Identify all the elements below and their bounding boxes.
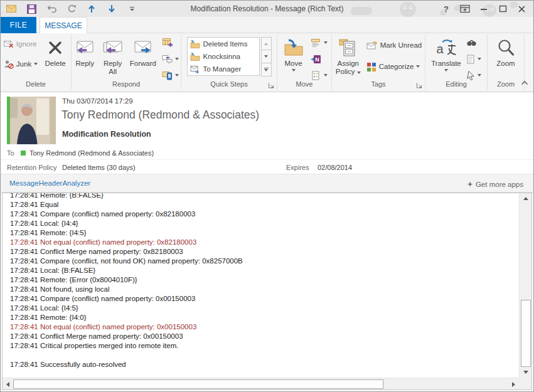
related-button[interactable] [464,52,483,66]
scroll-left-icon[interactable] [3,379,13,389]
log-line: 17:28:41 Compare (conflict) named proper… [10,209,519,219]
save-icon[interactable] [26,3,37,15]
assign-policy-button[interactable]: AssignPolicy [333,34,363,80]
scrollbar-corner [519,378,531,389]
log-line: 17:28:41 Equal [10,200,519,209]
ignore-button[interactable]: Ignore [2,37,40,51]
find-button[interactable] [464,36,483,50]
quick-step-to-manager[interactable]: To Manager [188,63,259,75]
message-body[interactable]: 17:28:41 Remote: {B:FALSE}17:28:41 Equal… [2,193,532,390]
group-label-tags: Tags [371,80,385,88]
log-line: 17:28:41 Local: {I4:5} [10,304,519,313]
gallery-scroll-down-icon[interactable] [261,50,272,63]
log-line: 17:28:41 Remote: {I4:5} [10,228,519,238]
retention-row: Retention Policy Deleted Items (30 days)… [1,159,533,174]
log-line: 17:28:41 Not found, using local [10,285,519,294]
message-sender[interactable]: Tony Redmond (Redmond & Associates) [61,109,259,122]
log-line: 17:28:41 Remote: {B:FALSE} [10,193,519,200]
help-icon[interactable]: ? [437,1,456,16]
ignore-icon [4,40,14,48]
vertical-scrollbar-thumb[interactable] [521,300,531,367]
rules-button[interactable] [309,36,329,50]
envelope-arrow-icon [190,65,200,73]
collapse-ribbon-icon[interactable] [521,77,528,88]
move-down-icon[interactable] [106,3,117,15]
tab-message[interactable]: MESSAGE [40,17,87,33]
ribbon-display-options-icon[interactable] [456,1,474,16]
message-subject: Modification Resolution [62,130,151,139]
horizontal-scrollbar-thumb[interactable] [13,379,383,389]
maximize-icon[interactable] [493,1,512,16]
find-icon [466,38,477,47]
tags-dialog-launcher-icon[interactable] [415,82,423,90]
to-recipient[interactable]: Tony Redmond (Redmond & Associates) [29,149,154,157]
move-button[interactable]: Move [280,34,307,80]
forward-button[interactable]: Forward [127,34,159,80]
quick-step-knocksinna[interactable]: Knocksinna [188,50,259,63]
im-button[interactable] [160,52,181,66]
quick-steps-gallery: Deleted Items Knocksinna To Manager [187,37,260,76]
mail-icon[interactable] [6,3,17,15]
minimize-icon[interactable] [474,1,493,16]
junk-dropdown-caret [34,63,38,65]
group-delete: Ignore Junk Delete Delete [1,33,71,92]
undo-icon[interactable] [46,3,57,15]
reply-button[interactable]: Reply [72,34,98,80]
horizontal-scrollbar[interactable] [3,378,519,389]
scroll-up-icon[interactable] [520,193,531,204]
vertical-scrollbar[interactable] [519,193,531,378]
rules-icon [311,38,321,48]
theme-decoration-octopus [400,2,416,17]
onenote-button[interactable]: N [309,52,329,66]
message-window: Modification Resolution - Message (Rich … [0,0,534,392]
log-line: 17:28:41 Not equal (conflict) named prop… [10,322,519,332]
junk-icon [4,60,14,69]
svg-text:a: a [436,42,444,56]
translate-button[interactable]: a Translate [429,34,463,80]
close-icon[interactable] [512,1,531,16]
junk-button[interactable]: Junk [2,57,40,71]
select-icon [466,70,475,80]
scroll-down-icon[interactable] [520,367,531,378]
expires-value: 02/08/2014 [318,164,352,171]
scroll-right-icon[interactable] [508,379,519,389]
message-header-analyzer-link[interactable]: MessageHeaderAnalyzer [9,179,90,187]
group-respond: Reply ReplyAll Forward [72,33,181,92]
translate-dropdown-caret [444,69,448,72]
rules-dropdown-caret [324,41,328,44]
move-up-icon[interactable] [86,3,97,15]
redo-icon[interactable] [66,3,77,15]
theme-decoration [351,7,372,15]
move-icon [283,38,304,58]
reply-all-button[interactable]: ReplyAll [99,34,125,80]
im-dropdown-caret [175,58,179,60]
folder-arrow-icon [190,40,200,48]
group-move: Move N Move [277,33,331,92]
actions-icon [311,71,321,80]
apps-bar: MessageHeaderAnalyzer + Get more apps [1,174,533,193]
group-label-zoom: Zoom [497,80,515,88]
get-more-apps-button[interactable]: + Get more apps [467,179,523,189]
mark-unread-button[interactable]: Mark Unread [365,38,424,52]
window-controls: ? [437,1,531,17]
delete-icon [47,38,63,58]
tab-file[interactable]: FILE [1,17,36,33]
categorize-button[interactable]: Categorize [365,60,424,73]
ribbon-tab-row: FILE MESSAGE [1,17,533,33]
zoom-button[interactable]: Zoom [491,34,521,80]
log-lines: 17:28:41 Remote: {B:FALSE}17:28:41 Equal… [10,193,519,369]
log-line: 17:28:41 Compare (conflict, not found OK… [10,257,519,266]
gallery-more-icon[interactable] [261,63,272,77]
select-dropdown-caret [478,74,481,77]
meeting-button[interactable] [160,36,181,50]
log-line: 17:28:41 Critical properties merged into… [10,341,519,351]
log-line: 17:28:41 Local: {B:FALSE} [10,266,519,275]
plus-icon: + [467,179,473,189]
delete-button[interactable]: Delete [41,34,70,80]
related-dropdown-caret [478,58,481,60]
quick-step-deleted-items[interactable]: Deleted Items [188,38,259,50]
quick-steps-dialog-launcher-icon[interactable] [267,82,275,90]
customize-qat-icon[interactable] [126,3,137,15]
group-tags: AssignPolicy Mark Unread Categorize Tags [332,33,425,92]
gallery-scroll-up-icon[interactable] [261,37,272,50]
